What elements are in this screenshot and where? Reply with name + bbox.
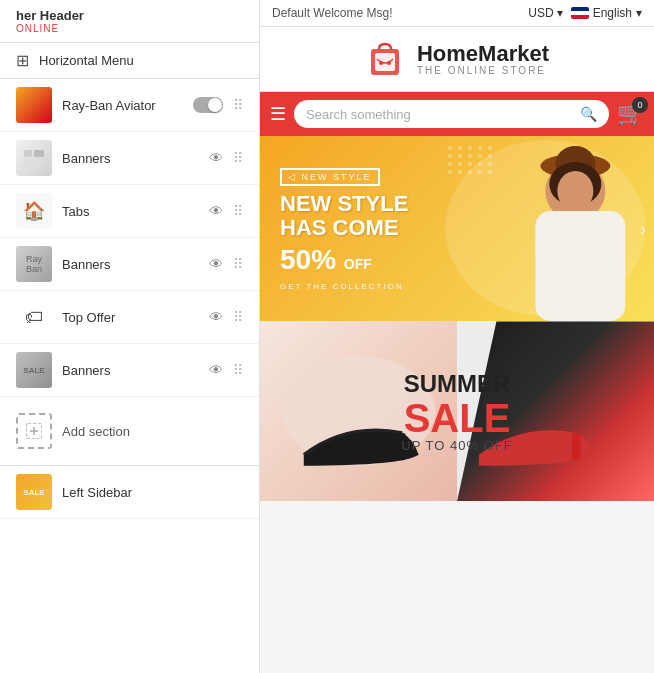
horizontal-menu-icon: ⊞ <box>16 51 29 70</box>
welcome-msg: Default Welcome Msg! <box>272 6 393 20</box>
banner-model-area <box>437 136 654 321</box>
banners1-label: Banners <box>62 151 199 166</box>
store-header: HomeMarket THE ONLINE STORE <box>260 27 654 92</box>
svg-rect-7 <box>375 53 395 71</box>
main-banner: ◁ NEW STYLE NEW STYLE HAS COME 50% OFF G… <box>260 136 654 321</box>
store-logo <box>365 39 405 79</box>
horizontal-menu-label: Horizontal Menu <box>39 53 243 68</box>
language-label: English <box>593 6 632 20</box>
add-section-button[interactable]: Add section <box>0 397 259 466</box>
banners1-drag-icon[interactable]: ⠿ <box>233 150 243 166</box>
rayban-section-item: Ray-Ban Aviator ⠿ <box>0 79 259 132</box>
banners2-drag-icon[interactable]: ⠿ <box>233 256 243 272</box>
left-sidebar-label: Left Sidebar <box>62 485 243 500</box>
summer-sub: UP TO 40% OFF <box>401 438 512 453</box>
banner-off-label: OFF <box>344 256 372 272</box>
currency-label: USD <box>528 6 553 20</box>
svg-point-16 <box>558 171 594 211</box>
banners3-section-item: SALE Banners 👁 ⠿ <box>0 344 259 397</box>
banners3-drag-icon[interactable]: ⠿ <box>233 362 243 378</box>
banners2-section-item: RayBan Banners 👁 ⠿ <box>0 238 259 291</box>
currency-selector[interactable]: USD ▾ <box>528 6 562 20</box>
add-section-icon <box>16 413 52 449</box>
summer-banner: SUMMER SALE UP TO 40% OFF <box>260 321 654 501</box>
top-bar-right: USD ▾ English ▾ <box>528 6 642 20</box>
rayban-toggle[interactable] <box>193 97 223 113</box>
banners1-eye-icon[interactable]: 👁 <box>209 150 223 166</box>
store-name-block: HomeMarket THE ONLINE STORE <box>417 43 549 76</box>
svg-rect-0 <box>24 150 32 157</box>
hamburger-icon[interactable]: ☰ <box>270 103 286 125</box>
store-subtitle: THE ONLINE STORE <box>417 65 549 76</box>
banners1-thumb <box>16 140 52 176</box>
topoffer-eye-icon[interactable]: 👁 <box>209 309 223 325</box>
left-sidebar-item: SALE Left Sidebar <box>0 466 259 519</box>
rayban-thumb <box>16 87 52 123</box>
language-chevron-icon: ▾ <box>636 6 642 20</box>
cart-badge: 0 <box>632 97 648 113</box>
tabs-thumb: 🏠 <box>16 193 52 229</box>
summer-title: SUMMER <box>401 370 512 398</box>
banners3-thumb: SALE <box>16 352 52 388</box>
banners2-thumb: RayBan <box>16 246 52 282</box>
topoffer-section-item: 🏷 Top Offer 👁 ⠿ <box>0 291 259 344</box>
add-section-label: Add section <box>62 424 130 439</box>
cart-button[interactable]: 🛒 0 <box>617 101 644 127</box>
nav-bar: ☰ Search something 🔍 🛒 0 <box>260 92 654 136</box>
right-panel: Default Welcome Msg! USD ▾ English ▾ <box>260 0 654 673</box>
rayban-toggle-knob <box>208 98 222 112</box>
currency-chevron-icon: ▾ <box>557 6 563 20</box>
language-selector[interactable]: English ▾ <box>571 6 642 20</box>
banner-cta: GET THE COLLECTION <box>280 282 408 291</box>
banner-next-arrow[interactable]: › <box>640 218 646 239</box>
summer-sale: SALE <box>401 398 512 438</box>
rayban-drag-icon[interactable]: ⠿ <box>233 97 243 113</box>
rayban-label: Ray-Ban Aviator <box>62 98 183 113</box>
horizontal-menu-item[interactable]: ⊞ Horizontal Menu <box>0 43 259 79</box>
topoffer-thumb: 🏷 <box>16 299 52 335</box>
search-bar[interactable]: Search something 🔍 <box>294 100 609 128</box>
banner-tag: ◁ NEW STYLE <box>280 168 380 186</box>
svg-rect-19 <box>572 433 581 460</box>
search-icon: 🔍 <box>580 106 597 122</box>
banners3-label: Banners <box>62 363 199 378</box>
tabs-drag-icon[interactable]: ⠿ <box>233 203 243 219</box>
header-label: her Header <box>16 8 243 23</box>
summer-text-block: SUMMER SALE UP TO 40% OFF <box>401 370 512 453</box>
banners3-eye-icon[interactable]: 👁 <box>209 362 223 378</box>
tabs-label: Tabs <box>62 204 199 219</box>
banner-discount: 50% OFF <box>280 244 408 276</box>
store-name: HomeMarket <box>417 43 549 65</box>
banners2-label: Banners <box>62 257 199 272</box>
top-bar: Default Welcome Msg! USD ▾ English ▾ <box>260 0 654 27</box>
svg-rect-1 <box>34 150 44 157</box>
left-sidebar-thumb: SALE <box>16 474 52 510</box>
topoffer-drag-icon[interactable]: ⠿ <box>233 309 243 325</box>
banners2-eye-icon[interactable]: 👁 <box>209 256 223 272</box>
banners1-section-item: Banners 👁 ⠿ <box>0 132 259 185</box>
topoffer-label: Top Offer <box>62 310 199 325</box>
banner-content: ◁ NEW STYLE NEW STYLE HAS COME 50% OFF G… <box>280 166 408 291</box>
svg-rect-12 <box>536 211 626 321</box>
tabs-section-item: 🏠 Tabs 👁 ⠿ <box>0 185 259 238</box>
flag-icon <box>571 7 589 19</box>
banner-title: NEW STYLE HAS COME <box>280 192 408 240</box>
header-sublabel: ONLINE <box>16 23 243 34</box>
left-panel: her Header ONLINE ⊞ Horizontal Menu Ray-… <box>0 0 260 673</box>
header-section: her Header ONLINE <box>0 0 259 43</box>
tabs-eye-icon[interactable]: 👁 <box>209 203 223 219</box>
search-placeholder: Search something <box>306 107 574 122</box>
svg-rect-2 <box>24 159 44 166</box>
